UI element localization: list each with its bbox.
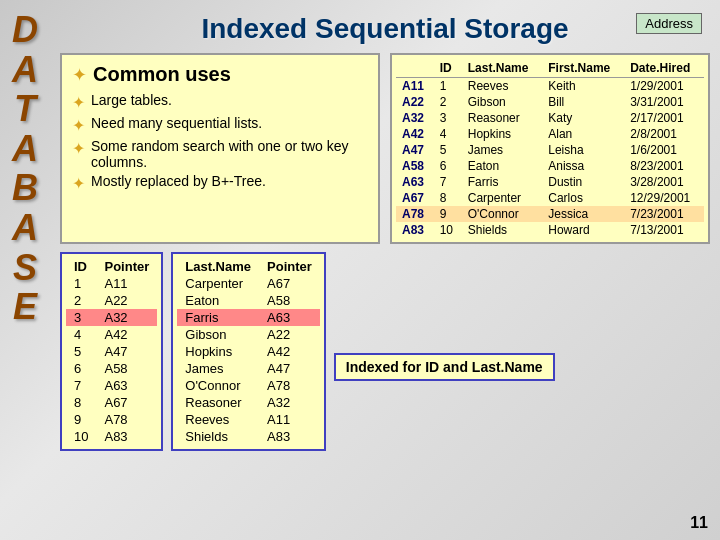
last-cell: O'Connor xyxy=(462,206,542,222)
id-cell: 7 xyxy=(434,174,462,190)
lastname-index-row: Hopkins A42 xyxy=(177,343,320,360)
id-cell: 1 xyxy=(434,78,462,95)
main-content: Indexed Sequential Storage ✦ Common uses… xyxy=(60,5,710,530)
ln-ptr-cell: A32 xyxy=(259,394,320,411)
idx-ptr-cell: A78 xyxy=(96,411,157,428)
ptr-col-header: Pointer xyxy=(96,258,157,275)
indexed-label-box: Indexed for ID and Last.Name xyxy=(334,353,555,381)
ln-last-cell: Eaton xyxy=(177,292,259,309)
id-index-row: 8 A67 xyxy=(66,394,157,411)
id-index-row: 7 A63 xyxy=(66,377,157,394)
lastname-index-row: Shields A83 xyxy=(177,428,320,445)
address-table-row: A58 6 Eaton Anissa 8/23/2001 xyxy=(396,158,704,174)
addr-cell: A63 xyxy=(396,174,434,190)
id-cell: 8 xyxy=(434,190,462,206)
first-cell: Anissa xyxy=(542,158,624,174)
date-cell: 2/8/2001 xyxy=(624,126,704,142)
addr-cell: A22 xyxy=(396,94,434,110)
id-cell: 3 xyxy=(434,110,462,126)
bullet-4: ✦ Mostly replaced by B+-Tree. xyxy=(72,173,368,193)
id-index-row: 6 A58 xyxy=(66,360,157,377)
db-letter: S xyxy=(13,248,37,288)
addr-cell: A47 xyxy=(396,142,434,158)
first-cell: Katy xyxy=(542,110,624,126)
bullet-star-2: ✦ xyxy=(72,116,85,135)
bullet-1: ✦ Large tables. xyxy=(72,92,368,112)
ln-ptr-cell: A63 xyxy=(259,309,320,326)
last-cell: Reeves xyxy=(462,78,542,95)
col-id: ID xyxy=(434,59,462,78)
db-letter: A xyxy=(12,208,38,248)
indexed-label: Indexed for ID and Last.Name xyxy=(346,359,543,375)
first-cell: Leisha xyxy=(542,142,624,158)
col-lastname: Last.Name xyxy=(462,59,542,78)
idx-id-cell: 6 xyxy=(66,360,96,377)
lastname-index-row: Carpenter A67 xyxy=(177,275,320,292)
last-cell: James xyxy=(462,142,542,158)
last-cell: Shields xyxy=(462,222,542,238)
addr-cell: A42 xyxy=(396,126,434,142)
id-index-table: ID Pointer 1 A11 2 A22 3 A32 4 A42 5 A47… xyxy=(66,258,157,445)
lastname-index-row: O'Connor A78 xyxy=(177,377,320,394)
id-index-header: ID Pointer xyxy=(66,258,157,275)
id-index-box: ID Pointer 1 A11 2 A22 3 A32 4 A42 5 A47… xyxy=(60,252,163,451)
first-cell: Howard xyxy=(542,222,624,238)
idx-id-cell: 10 xyxy=(66,428,96,445)
lastname-index-row: Farris A63 xyxy=(177,309,320,326)
id-index-row: 10 A83 xyxy=(66,428,157,445)
date-cell: 8/23/2001 xyxy=(624,158,704,174)
address-table-row: A11 1 Reeves Keith 1/29/2001 xyxy=(396,78,704,95)
date-cell: 7/23/2001 xyxy=(624,206,704,222)
bullet-2: ✦ Need many sequential lists. xyxy=(72,115,368,135)
db-letter: T xyxy=(14,89,36,129)
address-table-row: A22 2 Gibson Bill 3/31/2001 xyxy=(396,94,704,110)
idx-ptr-cell: A67 xyxy=(96,394,157,411)
id-cell: 5 xyxy=(434,142,462,158)
ln-last-cell: Farris xyxy=(177,309,259,326)
idx-ptr-cell: A47 xyxy=(96,343,157,360)
idx-id-cell: 3 xyxy=(66,309,96,326)
ln-ptr-cell: A67 xyxy=(259,275,320,292)
last-cell: Hopkins xyxy=(462,126,542,142)
ln-ptr-cell: A11 xyxy=(259,411,320,428)
id-index-row: 4 A42 xyxy=(66,326,157,343)
id-index-row: 3 A32 xyxy=(66,309,157,326)
lastname-index-row: Eaton A58 xyxy=(177,292,320,309)
first-cell: Jessica xyxy=(542,206,624,222)
bullet-star-1: ✦ xyxy=(72,93,85,112)
ln-last-cell: Reasoner xyxy=(177,394,259,411)
db-letter: D xyxy=(12,10,38,50)
idx-id-cell: 8 xyxy=(66,394,96,411)
address-table-row: A63 7 Farris Dustin 3/28/2001 xyxy=(396,174,704,190)
lastname-index-row: Gibson A22 xyxy=(177,326,320,343)
ln-ptr-cell: A42 xyxy=(259,343,320,360)
ln-ptr-cell: A78 xyxy=(259,377,320,394)
addr-cell: A11 xyxy=(396,78,434,95)
idx-id-cell: 5 xyxy=(66,343,96,360)
idx-ptr-cell: A32 xyxy=(96,309,157,326)
id-index-row: 9 A78 xyxy=(66,411,157,428)
addr-cell: A78 xyxy=(396,206,434,222)
common-uses-title: Common uses xyxy=(93,63,231,86)
idx-ptr-cell: A58 xyxy=(96,360,157,377)
id-cell: 2 xyxy=(434,94,462,110)
id-cell: 4 xyxy=(434,126,462,142)
address-table-row: A67 8 Carpenter Carlos 12/29/2001 xyxy=(396,190,704,206)
id-cell: 10 xyxy=(434,222,462,238)
ln-ptr-cell: A58 xyxy=(259,292,320,309)
ln-last-cell: Hopkins xyxy=(177,343,259,360)
idx-ptr-cell: A63 xyxy=(96,377,157,394)
last-cell: Carpenter xyxy=(462,190,542,206)
id-cell: 6 xyxy=(434,158,462,174)
address-table-row: A32 3 Reasoner Katy 2/17/2001 xyxy=(396,110,704,126)
addr-cell: A83 xyxy=(396,222,434,238)
idx-ptr-cell: A83 xyxy=(96,428,157,445)
address-table: ID Last.Name First.Name Date.Hired A11 1… xyxy=(396,59,704,238)
db-letter: A xyxy=(12,50,38,90)
addr-cell: A58 xyxy=(396,158,434,174)
first-cell: Alan xyxy=(542,126,624,142)
ln-last-cell: Shields xyxy=(177,428,259,445)
address-table-row: A47 5 James Leisha 1/6/2001 xyxy=(396,142,704,158)
last-cell: Farris xyxy=(462,174,542,190)
bullet-3: ✦ Some random search with one or two key… xyxy=(72,138,368,170)
